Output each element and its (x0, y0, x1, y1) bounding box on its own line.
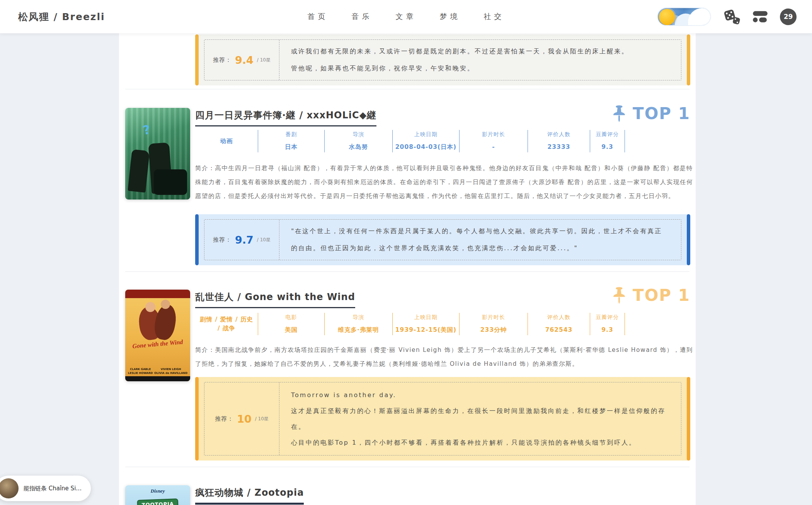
top-badge: TOP 1 (610, 105, 690, 123)
poster-art (154, 169, 187, 195)
meta-row: 剧情 / 爱情 / 历史 / 战争 电影 美国 导演 维克多·弗莱明 上映日期 … (195, 313, 693, 335)
poster-art (125, 376, 190, 381)
dice-icon[interactable] (723, 9, 741, 25)
meta-douban-score: 豆瓣评分 9.3 (590, 130, 625, 152)
rating-scale: / 10星 (257, 57, 271, 63)
notification-badge[interactable]: 29 (780, 9, 797, 25)
review-box: 推荐： 9.7 / 10星 "在这个世上，没有任何一件东西是只属于某人的。每个人… (195, 214, 690, 265)
rating-scale: / 10星 (255, 416, 269, 422)
meta-release-date: 上映日期 1939-12-15(美国) (393, 313, 460, 335)
meta-duration: 影片时长 233分钟 (460, 313, 528, 335)
top-badge-label: TOP 1 (633, 105, 690, 123)
meta-genres: 动画 (195, 130, 258, 152)
movie-title[interactable]: 四月一日灵异事件簿·継 / xxxHOLiC◆継 (195, 109, 376, 126)
review-box: 推荐： 10 / 10星 Tomorrow is another day. 这才… (195, 377, 690, 461)
rating-value: 9.7 (235, 234, 254, 246)
top-badge: TOP 1 (610, 287, 690, 304)
meta-type-country: 电影 美国 (258, 313, 325, 335)
poster-cast-right: VIVIEN LEIGH OLIVIA de HAVILLAND (154, 367, 187, 375)
pushpin-icon (610, 287, 628, 304)
synopsis: 简介：高中生四月一日君寻（福山润 配音），有着异于常人的体质，他可以看到并且吸引… (195, 161, 693, 203)
cloud-icon (688, 8, 711, 26)
rating-value: 10 (237, 413, 252, 425)
nav-item-music[interactable]: 音乐 (352, 12, 373, 22)
meta-release-date: 上映日期 2008-04-03(日本) (393, 130, 460, 152)
movie-title[interactable]: 乱世佳人 / Gone with the Wind (195, 291, 355, 308)
poster-cast-left: CLARK GABLE LESLIE HOWARD (128, 367, 153, 375)
movie-card: Disney ZOOTOPIA 疯狂动物城 / Zootopia 喜剧 / 动画… (119, 467, 696, 505)
rating-value: 9.4 (235, 54, 254, 66)
nav-item-social[interactable]: 社交 (484, 12, 505, 22)
rating-block: 推荐： 9.4 / 10星 (204, 40, 279, 80)
header: 松风狸 / Breezli 首页 音乐 文章 梦境 社交 (0, 0, 812, 33)
movie-card: Gone with the Wind CLARK GABLE LESLIE HO… (119, 272, 696, 467)
poster-title: Gone with the Wind (130, 338, 185, 350)
nav-item-articles[interactable]: 文章 (396, 12, 417, 22)
poster-brand: Disney (125, 488, 190, 494)
top-badge-label: TOP 1 (633, 287, 690, 304)
chat-bubble-label: 能指链条 Chaîne Si… (24, 485, 82, 492)
sun-icon (659, 9, 675, 25)
main-nav: 首页 音乐 文章 梦境 社交 (308, 12, 505, 22)
poster-gone-with-the-wind[interactable]: Gone with the Wind CLARK GABLE LESLIE HO… (125, 290, 190, 381)
poster-art (161, 300, 170, 309)
site-logo[interactable]: 松风狸 / Breezli (18, 10, 105, 23)
review-text: "在这个世上，没有任何一件东西是只属于某人的。每个人都与他人交融。彼此共享一切。… (291, 223, 669, 257)
review-text: 或许我们都有无限的未来，又或许一切都是既定的剧本。不过还是害怕某一天，我会从陌生… (291, 43, 669, 77)
rating-block: 推荐： 10 / 10星 (204, 382, 279, 455)
header-controls: 29 (657, 7, 797, 26)
poster-art (125, 290, 190, 298)
review-box: 推荐： 9.4 / 10星 或许我们都有无限的未来，又或许一切都是既定的剧本。不… (195, 34, 690, 85)
chat-bubble[interactable]: 能指链条 Chaîne Si… (0, 476, 91, 501)
movie-card: 推荐： 9.4 / 10星 或许我们都有无限的未来，又或许一切都是既定的剧本。不… (119, 33, 696, 89)
nav-item-home[interactable]: 首页 (308, 12, 329, 22)
rating-label: 推荐： (213, 56, 232, 64)
review-text: Tomorrow is another day. 这才是真正坚毅有力的心！斯嘉丽… (291, 387, 669, 450)
meta-rater-count: 评价人数 23333 (528, 130, 590, 152)
synopsis: 简介：美国南北战争前夕，南方农场塔拉庄园的千金斯嘉丽（费雯·丽 Vivien L… (195, 343, 693, 371)
list-layout-icon[interactable] (752, 10, 768, 23)
rating-block: 推荐： 9.7 / 10星 (204, 220, 279, 260)
meta-row: 动画 番剧 日本 导演 水岛努 上映日期 2008-04-03(日本) 影片时长… (195, 130, 693, 152)
meta-director: 导演 维克多·弗莱明 (325, 313, 393, 335)
content-panel: 推荐： 9.4 / 10星 或许我们都有无限的未来，又或许一切都是既定的剧本。不… (119, 33, 696, 505)
poster-xxxholic[interactable]: ? (125, 108, 190, 200)
avatar (0, 478, 19, 498)
poster-zootopia[interactable]: Disney ZOOTOPIA (125, 485, 190, 505)
movie-card: ? 四月一日灵异事件簿·継 / xxxHOLiC◆継 TOP 1 动画 番剧 (119, 89, 696, 271)
meta-genres: 剧情 / 爱情 / 历史 / 战争 (195, 313, 258, 335)
meta-douban-score: 豆瓣评分 9.3 (590, 313, 625, 335)
meta-director: 导演 水岛努 (325, 130, 393, 152)
theme-toggle[interactable] (657, 7, 711, 26)
poster-art (145, 302, 155, 312)
rating-label: 推荐： (213, 236, 232, 244)
pushpin-icon (610, 105, 628, 123)
meta-duration: 影片时长 - (460, 130, 528, 152)
movie-title[interactable]: 疯狂动物城 / Zootopia (195, 486, 304, 505)
meta-type-country: 番剧 日本 (258, 130, 325, 152)
meta-rater-count: 评价人数 762543 (528, 313, 590, 335)
rating-scale: / 10星 (257, 237, 271, 243)
rating-label: 推荐： (215, 415, 233, 423)
poster-sign: ZOOTOPIA (137, 498, 179, 505)
poster-art (128, 149, 150, 193)
question-mark-art: ? (141, 122, 152, 138)
nav-item-dreams[interactable]: 梦境 (440, 12, 461, 22)
